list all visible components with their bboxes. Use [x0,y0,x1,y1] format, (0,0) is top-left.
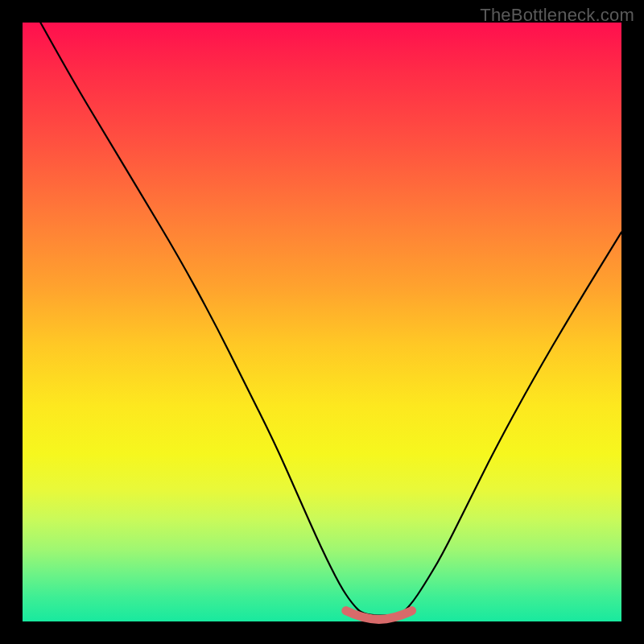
plot-area [23,23,621,621]
trough-marker [346,611,412,620]
curve-layer [23,23,621,621]
bottleneck-curve [40,23,621,616]
chart-frame: TheBottleneck.com [0,0,644,644]
